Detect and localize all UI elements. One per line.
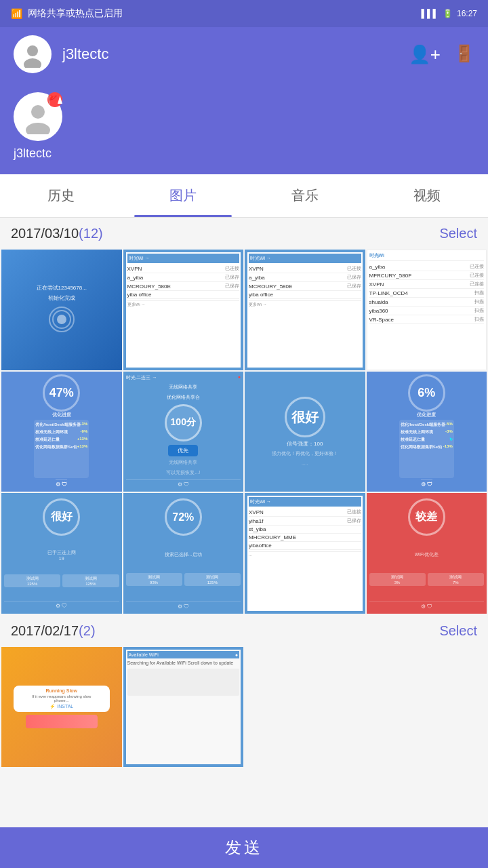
time-display: 16:27	[457, 9, 477, 18]
photo-cell-7[interactable]: 很好 信号强度：100 强力优化！再优化，更好体验！ .....	[245, 372, 365, 492]
photo-cell-8[interactable]: 6% 优化进度 优化/host/Desk端服务器-5% 校准无线上网环境-3% …	[367, 372, 487, 492]
status-right-icons: ▌▌▌ 🔋 16:27	[421, 9, 477, 18]
tab-photos[interactable]: 图片	[122, 174, 244, 217]
photo-cell-12[interactable]: 较差 WiFi优化差 测试网3% 测试网7% ⚙ 🛡	[367, 493, 487, 614]
door-icon[interactable]: 🚪	[454, 44, 474, 65]
date-section-header-1: 2017/03/10(12) Select	[0, 218, 488, 250]
notification-text: 网络共享或热点已启用	[28, 7, 415, 20]
photo-grid-2: Running Slow If it ever reappears showin…	[0, 647, 488, 769]
battery-icon: 🔋	[443, 9, 453, 18]
svg-point-0	[27, 45, 38, 56]
status-bar: 📶 网络共享或热点已启用 ▌▌▌ 🔋 16:27	[0, 0, 488, 27]
svg-point-3	[26, 123, 50, 134]
tab-video[interactable]: 视频	[366, 174, 488, 217]
photo-cell-3[interactable]: 时光Wi → XVPN已连接 a_yiba已保存 MCROURY_580E已保存…	[245, 250, 365, 370]
profile-avatar-wrap[interactable]: 🚩	[14, 92, 62, 141]
send-label[interactable]: 发送	[225, 837, 263, 859]
photo-cell-6[interactable]: 时光 二连三 →● 无线网络共享 优化网络共享合 100分 优先 无线网络共享 …	[123, 372, 244, 492]
photo-cell-5[interactable]: 47% 优化进度 优化/host/Desk端服务器-3% 校准无线上网环境-9%…	[1, 372, 122, 492]
photo-cell-2[interactable]: 时光Wi → XVPN已连接 a_yiba已保存 MCROURY_580E已保存…	[123, 250, 244, 370]
header-avatar	[14, 35, 52, 73]
date-count-1: (12)	[79, 226, 103, 241]
date-label-2: 2017/02/17(2)	[11, 623, 96, 639]
date-count-2: (2)	[79, 623, 95, 638]
svg-point-6	[57, 315, 66, 324]
wifi-status-icon: 📶	[11, 8, 22, 19]
select-button-1[interactable]: Select	[439, 226, 477, 241]
profile-section: 🚩 j3ltectc	[0, 81, 488, 174]
content-area: 2017/03/10(12) Select 正在尝试12345678... 初始…	[0, 218, 488, 839]
signal-icon: ▌▌▌	[421, 9, 439, 18]
photo-cell-4[interactable]: 时光Wi a_yiba已连接 MFRCURY_580F已连接 XVPN已连接 T…	[367, 250, 487, 370]
photo-cell-11[interactable]: 时光Wi → XVPN已连接 yiha1f已保存 st_yiba MHCROUR…	[245, 493, 365, 614]
photo-cell-10[interactable]: 72% 搜索已选择...启动 测试网93% 测试网125% ⚙ 🛡	[123, 493, 244, 614]
app-header: j3ltectc 👤+ 🚪	[0, 27, 488, 81]
select-button-2[interactable]: Select	[439, 623, 477, 639]
header-username: j3ltectc	[62, 45, 409, 63]
send-bar[interactable]: 发送	[0, 827, 488, 868]
svg-point-2	[31, 105, 45, 119]
svg-point-1	[24, 58, 41, 68]
date-section-header-2: 2017/02/17(2) Select	[0, 615, 488, 647]
profile-username: j3ltectc	[14, 146, 52, 161]
photo-cell-9[interactable]: 很好 已于三连上网19 测试网135% 测试网125% ⚙ 🛡	[1, 493, 122, 614]
date-label-1: 2017/03/10(12)	[11, 226, 103, 241]
photo-grid-1: 正在尝试12345678... 初始化完成 时光Wi → X	[0, 250, 488, 615]
tab-history[interactable]: 历史	[0, 174, 122, 217]
add-friend-icon[interactable]: 👤+	[409, 44, 441, 65]
tab-bar: 历史 图片 音乐 视频	[0, 174, 488, 218]
photo-cell-14[interactable]: Available WiFi● Searching for Available …	[123, 647, 244, 768]
tab-music[interactable]: 音乐	[244, 174, 366, 217]
profile-badge: 🚩	[47, 92, 62, 107]
header-action-icons[interactable]: 👤+ 🚪	[409, 44, 474, 65]
photo-cell-1[interactable]: 正在尝试12345678... 初始化完成	[1, 250, 122, 370]
photo-cell-13[interactable]: Running Slow If it ever reappears showin…	[1, 647, 122, 768]
